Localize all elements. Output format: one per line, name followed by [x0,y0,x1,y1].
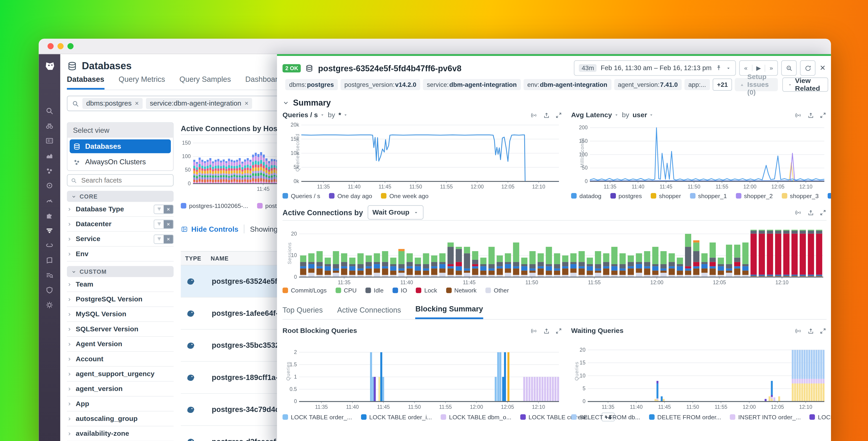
tag-chip[interactable]: env:dbm-agent-integration [523,79,611,90]
legend-item[interactable]: INSERT INTO order_... [730,414,801,420]
fullscreen-icon[interactable] [555,112,562,119]
facet-app[interactable]: App [67,396,174,411]
export-icon[interactable] [807,209,814,216]
queries-per-second-chart[interactable]: 0k5k10k15k20k11:3511:4011:4511:5011:5512… [283,121,562,192]
facet-datacenter[interactable]: Datacenter [67,217,174,232]
tag-chip[interactable]: agent_version:7.41.0 [614,79,682,90]
exclude-icon[interactable] [163,235,173,243]
legend-item[interactable]: postgres [610,193,642,199]
facet-autoscaling-group[interactable]: autoscaling_group [67,412,174,427]
fullscreen-icon[interactable] [819,327,827,334]
export-icon[interactable] [807,112,814,119]
facet-service[interactable]: Service [67,232,174,246]
queries-group-select[interactable]: * [339,111,348,119]
facet-agent-version[interactable]: Agent Version [67,337,174,352]
facet-search-box[interactable] [67,174,174,186]
column-type[interactable]: TYPE [181,255,211,262]
panel-tab-blocking-summary[interactable]: Blocking Summary [415,305,483,319]
sidebar-item-database-monitoring[interactable] [45,226,54,234]
legend-item[interactable]: LOCK TABLE currenc... [810,414,831,420]
sidebar-item-watchdog[interactable] [45,122,54,130]
tag-chip[interactable]: dbms:postgres [285,79,338,90]
legend-item[interactable]: SELECT * FROM db... [571,414,640,420]
column-name[interactable]: NAME [211,255,229,262]
legend-item[interactable]: shopper_1 [690,193,727,199]
facet-section-core[interactable]: CORE [67,191,174,202]
facet-filter-control[interactable] [154,219,174,229]
legend-item[interactable]: LOCK TABLE order_i... [361,414,432,420]
queries-metric-select[interactable]: Queries / s [283,111,324,119]
sidebar-item-security[interactable] [45,286,54,294]
fullscreen-icon[interactable] [819,209,827,216]
time-forward-button[interactable]: » [765,65,777,71]
sidebar-item-synthetics[interactable] [45,301,54,309]
view-item-alwayson-clusters[interactable]: AlwaysOn Clusters [70,155,171,169]
facet-availability-zone[interactable]: availability-zone [67,427,174,441]
tab-databases[interactable]: Databases [67,75,104,90]
legend-item[interactable]: datadog [571,193,601,199]
facet-section-custom[interactable]: CUSTOM [67,266,174,277]
legend-item[interactable]: Idle [366,287,383,294]
facet-mysql-version[interactable]: MySQL Version [67,307,174,322]
legend-item[interactable]: Queries / s [283,193,320,199]
monitor-signal-icon[interactable] [531,112,538,119]
sidebar-item-notebooks[interactable] [45,256,54,264]
sidebar-item-apm[interactable] [45,181,54,190]
facet-sqlserver-version[interactable]: SQLServer Version [67,322,174,337]
host-connections-chart[interactable]: 05010015011:45 [181,138,291,194]
legend-item[interactable]: shopper [651,193,681,199]
legend-item[interactable]: Lock [416,287,437,294]
monitor-signal-icon[interactable] [531,327,538,334]
legend-item[interactable]: postgres-11002065-... [181,202,248,209]
time-range-picker[interactable]: 43m Feb 16, 11:30 am – Feb 16, 12:13 pm [574,60,736,76]
export-icon[interactable] [807,327,814,334]
search-filter-chip[interactable]: dbms:postgres× [83,98,143,109]
sidebar-item-integrations[interactable] [45,211,54,219]
sidebar-item-search[interactable] [45,107,54,115]
exclude-icon[interactable] [163,205,173,213]
legend-item[interactable]: shopper_4 [828,193,831,199]
export-icon[interactable] [543,112,550,119]
search-filter-chip[interactable]: service:dbm-agent-integration× [146,98,252,109]
filter-icon[interactable] [154,220,163,228]
monitor-signal-icon[interactable] [795,112,802,119]
minimize-window-button[interactable] [58,43,64,49]
legend-item[interactable]: shopper_3 [782,193,819,199]
collapse-section-icon[interactable] [283,99,289,106]
legend-item[interactable]: CPU [336,287,357,294]
filter-icon[interactable] [154,235,163,243]
export-icon[interactable] [543,327,550,334]
legend-item[interactable]: DELETE FROM order... [649,414,721,420]
facet-env[interactable]: Env [67,246,174,261]
legend-item[interactable]: LOCK TABLE dbm_o... [441,414,512,420]
remove-filter-icon[interactable]: × [245,99,249,108]
facet-database-type[interactable]: Database Type [67,202,174,216]
avg-latency-chart[interactable]: 05010015020011:3511:4011:4511:5011:5512:… [571,121,827,192]
legend-item[interactable]: One week ago [381,193,429,199]
monitor-signal-icon[interactable] [795,209,802,216]
pin-icon[interactable] [715,65,722,71]
exclude-icon[interactable] [163,220,173,228]
facet-team[interactable]: Team [67,277,174,292]
legend-item[interactable]: Other [486,287,509,294]
legend-item[interactable]: LOCK TABLE order_... [283,414,352,420]
latency-group-select[interactable]: user [632,111,654,119]
facet-postgresql-version[interactable]: PostgreSQL Version [67,292,174,307]
monitor-signal-icon[interactable] [795,327,802,334]
wait-group-chart[interactable]: 0102011:3511:4011:4511:5011:5512:0012:05… [283,224,827,286]
time-play-button[interactable]: ▶ [752,64,765,71]
sidebar-item-logs[interactable] [45,271,54,279]
close-panel-button[interactable]: × [819,63,827,74]
wait-group-select[interactable]: Wait Group [367,205,424,219]
tab-query-metrics[interactable]: Query Metrics [119,75,165,88]
latency-metric-select[interactable]: Avg Latency [571,111,619,119]
setup-issues-button[interactable]: Setup Issues (0) [735,78,778,91]
waiting-queries-chart[interactable]: 0510152011:3511:4011:4511:5011:5512:0012… [571,344,827,411]
close-window-button[interactable] [48,43,54,49]
legend-item[interactable]: Commit/Logs [283,287,327,294]
panel-tab-active-connections[interactable]: Active Connections [337,305,401,319]
tag-chip[interactable]: service:dbm-agent-integration [423,79,521,90]
time-back-button[interactable]: « [740,65,753,71]
fullscreen-icon[interactable] [555,327,562,334]
facet-agent-version[interactable]: agent_version [67,382,174,396]
